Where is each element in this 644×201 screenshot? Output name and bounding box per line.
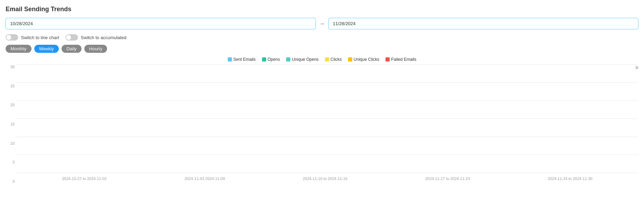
line-chart-toggle[interactable] <box>6 34 18 41</box>
legend-item: Clicks <box>325 57 342 62</box>
start-date-input[interactable] <box>6 18 316 29</box>
y-axis: 051015202530 <box>6 65 16 184</box>
end-date-input[interactable] <box>328 18 639 29</box>
y-label: 10 <box>6 141 16 145</box>
chart-legend: Sent EmailsOpensUnique OpensClicksUnique… <box>6 57 638 62</box>
x-label: 2024-11-24 to 2024-11-30 <box>548 177 593 181</box>
y-label: 20 <box>6 103 16 107</box>
page-title: Email Sending Trends <box>6 6 638 13</box>
accumulated-toggle[interactable] <box>65 34 78 41</box>
line-chart-toggle-group: Switch to line chart <box>6 34 59 41</box>
legend-item: Unique Clicks <box>348 57 379 62</box>
bars-area: 112212129587547335547475222922148 <box>16 65 638 173</box>
accumulated-label: Switch to accumulated <box>81 35 126 40</box>
period-buttons: MonthlyWeeklyDailyHourly <box>6 45 638 53</box>
y-label: 0 <box>6 179 16 184</box>
y-label: 5 <box>6 160 16 164</box>
arrow-icon: → <box>319 21 325 27</box>
period-btn-weekly[interactable]: Weekly <box>34 45 59 53</box>
legend-item: Failed Emails <box>385 57 416 62</box>
period-btn-daily[interactable]: Daily <box>62 45 82 53</box>
x-label: 2024-11-10 to 2024-11-16 <box>303 177 347 181</box>
legend-item: Unique Opens <box>286 57 319 62</box>
y-label: 15 <box>6 122 16 126</box>
legend-item: Opens <box>262 57 280 62</box>
legend-item: Sent Emails <box>228 57 256 62</box>
period-btn-hourly[interactable]: Hourly <box>84 45 107 53</box>
x-label: 2024-10-27 to 2024-11-02 <box>62 177 107 181</box>
y-label: 30 <box>6 65 16 69</box>
x-label: 2024-11-17 to 2024-11-23 <box>425 177 470 181</box>
y-label: 25 <box>6 84 16 88</box>
x-label: 2024-11-03 2024-11-09 <box>184 177 225 181</box>
accumulated-toggle-group: Switch to accumulated <box>65 34 126 41</box>
x-labels: 2024-10-27 to 2024-11-022024-11-03 2024-… <box>16 174 638 184</box>
line-chart-label: Switch to line chart <box>21 35 59 40</box>
chart-area: 051015202530 112212129587547335547475222… <box>6 65 638 184</box>
period-btn-monthly[interactable]: Monthly <box>6 45 31 53</box>
